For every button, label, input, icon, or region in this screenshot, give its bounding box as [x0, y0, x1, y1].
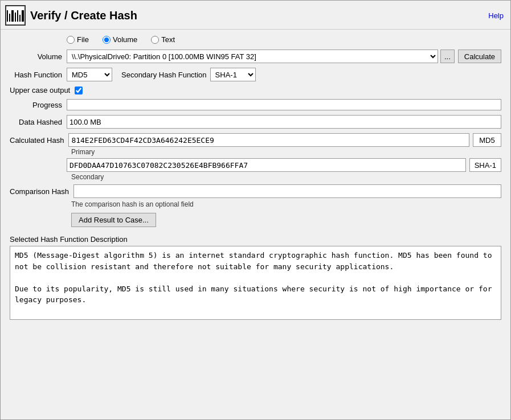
- volume-select[interactable]: \\.\PhysicalDrive0: Partition 0 [100.00M…: [67, 50, 438, 63]
- data-hashed-row: Data Hashed: [10, 115, 501, 129]
- volume-label: Volume: [10, 52, 67, 61]
- volume-radio-label-text: Volume: [113, 35, 137, 44]
- description-section: Selected Hash Function Description: [10, 235, 501, 322]
- title-bar: Verify / Create Hash Help: [1, 1, 510, 30]
- content-area: File Volume Text Volume \\.\PhysicalDriv…: [1, 30, 510, 331]
- primary-hash-select[interactable]: MD5SHA-1SHA-256SHA-512: [67, 68, 112, 81]
- progress-row: Progress: [10, 99, 501, 110]
- comparison-hash-row: Comparison Hash: [10, 184, 501, 198]
- text-radio-label[interactable]: Text: [151, 35, 175, 44]
- barcode-icon: [5, 5, 26, 26]
- progress-bar: [67, 99, 501, 110]
- add-result-button[interactable]: Add Result to Case...: [71, 213, 156, 227]
- primary-sublabel: Primary: [10, 148, 501, 156]
- browse-button[interactable]: ...: [440, 50, 455, 63]
- data-hashed-label: Data Hashed: [10, 118, 67, 126]
- secondary-hash-input[interactable]: [67, 158, 466, 172]
- volume-radio-label[interactable]: Volume: [103, 35, 137, 44]
- calculated-hash-section: Calculated Hash MD5 Primary SHA-1 Second…: [10, 133, 501, 181]
- window-title: Verify / Create Hash: [30, 9, 137, 22]
- hash-function-row: Hash Function MD5SHA-1SHA-256SHA-512 Sec…: [10, 68, 501, 81]
- description-textarea[interactable]: [10, 246, 501, 320]
- optional-note: The comparison hash is an optional field: [10, 200, 501, 208]
- secondary-sublabel: Secondary: [10, 173, 501, 181]
- source-type-radio-group: File Volume Text: [10, 35, 501, 44]
- file-radio-label[interactable]: File: [67, 35, 89, 44]
- secondary-hash-label: Secondary Hash Function: [121, 71, 207, 79]
- progress-label: Progress: [10, 101, 67, 109]
- primary-hash-row: Calculated Hash MD5: [10, 133, 501, 147]
- main-window: Verify / Create Hash Help File Volume Te…: [0, 0, 511, 420]
- data-hashed-input[interactable]: [67, 115, 501, 129]
- file-radio-label-text: File: [77, 35, 89, 44]
- comparison-hash-input[interactable]: [73, 184, 501, 198]
- uppercase-checkbox[interactable]: [75, 87, 83, 94]
- volume-row: Volume \\.\PhysicalDrive0: Partition 0 […: [10, 50, 501, 63]
- secondary-hash-row: SHA-1: [10, 158, 501, 172]
- description-title: Selected Hash Function Description: [10, 235, 501, 244]
- text-radio-label-text: Text: [161, 35, 175, 44]
- calculate-button[interactable]: Calculate: [458, 50, 501, 63]
- file-radio[interactable]: [67, 36, 75, 44]
- uppercase-label: Upper case output: [10, 86, 75, 94]
- hash-function-label: Hash Function: [10, 71, 67, 79]
- primary-hash-type: MD5: [473, 133, 501, 147]
- comparison-hash-label: Comparison Hash: [10, 187, 73, 196]
- uppercase-row: Upper case output: [10, 86, 501, 94]
- secondary-hash-type: SHA-1: [469, 158, 501, 172]
- volume-radio[interactable]: [103, 36, 111, 44]
- help-link[interactable]: Help: [488, 11, 504, 20]
- secondary-hash-select[interactable]: SHA-1MD5SHA-256SHA-512: [210, 68, 256, 81]
- text-radio[interactable]: [151, 36, 159, 44]
- calculated-hash-label: Calculated Hash: [10, 136, 68, 145]
- primary-hash-input[interactable]: [68, 133, 469, 147]
